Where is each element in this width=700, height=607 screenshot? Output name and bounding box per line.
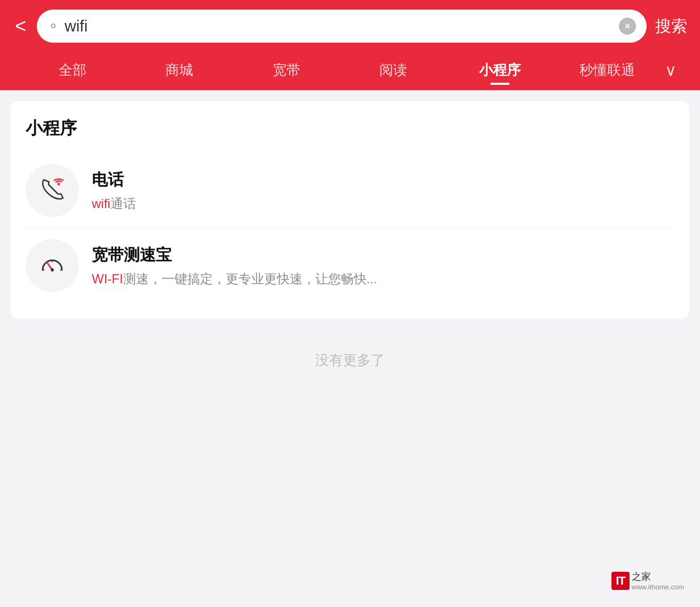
section-title: 小程序 bbox=[26, 117, 674, 140]
speedtest-item-text: 宽带测速宝 WI-FI测速，一键搞定，更专业更快速，让您畅快... bbox=[92, 244, 674, 287]
header: < ⚬ × 搜索 全部 商城 宽带 阅读 小程序 秒懂联通 ∨ bbox=[0, 0, 700, 90]
tab-miniapp[interactable]: 小程序 bbox=[447, 52, 553, 90]
watermark-url: www.ithome.com bbox=[632, 583, 684, 591]
no-more-label: 没有更多了 bbox=[11, 330, 689, 386]
tab-mall[interactable]: 商城 bbox=[126, 52, 233, 90]
phone-desc-highlight: wifi bbox=[92, 196, 110, 211]
svg-point-2 bbox=[51, 268, 54, 271]
watermark-badge: IT bbox=[611, 572, 630, 590]
phone-wifi-icon bbox=[37, 175, 67, 205]
phone-item-name: 电话 bbox=[92, 169, 674, 191]
tabs-more-button[interactable]: ∨ bbox=[661, 52, 681, 90]
main-content: 小程序 电话 wifi通话 bbox=[0, 90, 700, 396]
search-box: ⚬ × bbox=[37, 10, 647, 43]
speedtest-icon bbox=[37, 251, 67, 281]
tab-miaodong[interactable]: 秒懂联通 bbox=[554, 52, 661, 90]
back-button[interactable]: < bbox=[13, 17, 28, 36]
phone-icon-container bbox=[26, 164, 79, 217]
search-icon: ⚬ bbox=[47, 19, 59, 33]
phone-desc-suffix: 通话 bbox=[110, 196, 136, 211]
speedtest-item-name: 宽带测速宝 bbox=[92, 244, 674, 266]
speedtest-item-desc: WI-FI测速，一键搞定，更专业更快速，让您畅快... bbox=[92, 270, 674, 287]
search-action-button[interactable]: 搜索 bbox=[655, 15, 687, 37]
tab-broadband[interactable]: 宽带 bbox=[233, 52, 340, 90]
speedtest-desc-suffix: 测速，一键搞定，更专业更快速，让您畅快... bbox=[123, 271, 377, 286]
miniapp-section: 小程序 电话 wifi通话 bbox=[11, 101, 689, 319]
phone-item-text: 电话 wifi通话 bbox=[92, 169, 674, 212]
tabs-row: 全部 商城 宽带 阅读 小程序 秒懂联通 ∨ bbox=[13, 52, 687, 90]
clear-button[interactable]: × bbox=[619, 18, 636, 35]
svg-point-0 bbox=[58, 183, 60, 186]
search-input[interactable] bbox=[65, 17, 614, 35]
watermark: IT 之家 www.ithome.com bbox=[611, 570, 684, 591]
phone-item-desc: wifi通话 bbox=[92, 195, 674, 212]
tab-all[interactable]: 全部 bbox=[19, 52, 126, 90]
watermark-name: 之家 bbox=[632, 571, 651, 582]
search-bar-row: < ⚬ × 搜索 bbox=[13, 10, 687, 52]
tab-reading[interactable]: 阅读 bbox=[340, 52, 447, 90]
list-item-speedtest[interactable]: 宽带测速宝 WI-FI测速，一键搞定，更专业更快速，让您畅快... bbox=[26, 228, 674, 303]
speedtest-icon-container bbox=[26, 239, 79, 292]
speedtest-desc-highlight: WI-FI bbox=[92, 271, 123, 286]
list-item-phone[interactable]: 电话 wifi通话 bbox=[26, 153, 674, 228]
watermark-info: 之家 www.ithome.com bbox=[632, 570, 684, 591]
